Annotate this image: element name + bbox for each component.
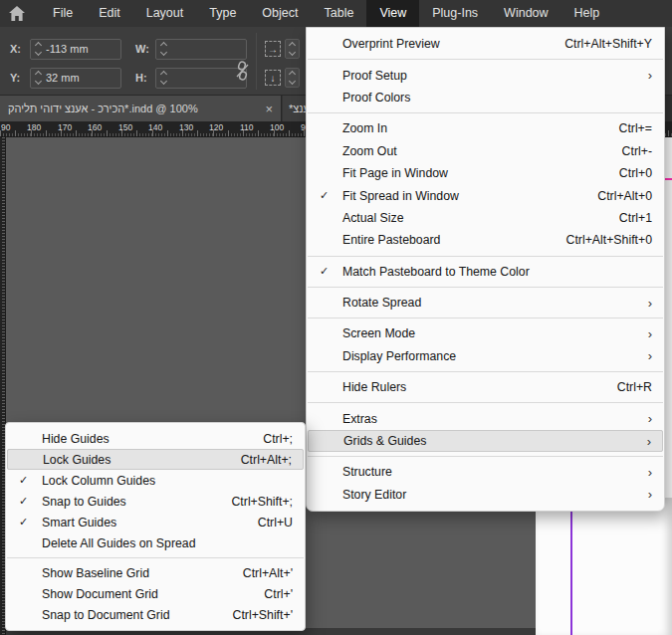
menu-item[interactable]: Structure › (307, 461, 664, 483)
y-input[interactable] (44, 72, 120, 84)
menu-item[interactable]: ✓ Snap to Guides Ctrl+Shift+; (6, 491, 305, 512)
document-page[interactable] (536, 498, 672, 635)
menu-separator (308, 402, 663, 403)
menubar-item[interactable]: View (366, 0, 419, 27)
ruler-label: 140 (148, 122, 162, 132)
submenu-arrow-icon: › (638, 466, 652, 479)
document-tab-active[interactable]: קהילת יהודי צנעא - כריכה*.indd @ 100% × (0, 96, 282, 121)
h-field-label: H: (135, 72, 155, 84)
menu-item[interactable]: Display Performance › (307, 345, 664, 367)
checkmark-icon: ✓ (19, 474, 37, 487)
menu-item[interactable]: Actual Size Ctrl+1 (307, 207, 664, 229)
x-field-label: X: (10, 43, 30, 55)
menubar-item[interactable]: File (40, 0, 86, 27)
tab-close-icon[interactable]: × (265, 103, 273, 115)
menubar-item[interactable]: Type (196, 0, 249, 27)
w-stepper[interactable] (156, 41, 169, 57)
home-icon (9, 6, 25, 21)
checkmark-icon: ✓ (320, 265, 337, 278)
ruler-label: 100 (270, 122, 284, 132)
y-field[interactable] (30, 68, 121, 89)
menubar-item[interactable]: Object (249, 0, 311, 27)
ruler-label: 150 (118, 122, 132, 132)
w-field-label: W: (135, 43, 155, 55)
home-button[interactable] (0, 0, 34, 27)
menu-separator (7, 557, 304, 558)
submenu-arrow-icon: › (638, 349, 652, 362)
offset-down-stepper[interactable] (285, 68, 300, 88)
x-stepper[interactable] (31, 41, 44, 57)
menu-item[interactable]: Delete All Guides on Spread (6, 532, 305, 553)
offset-right-stepper[interactable] (285, 39, 300, 59)
offset-down-button[interactable]: ↓ (265, 70, 281, 86)
menu-item[interactable]: Zoom In Ctrl+= (307, 117, 664, 139)
menubar-item[interactable]: Help (561, 0, 613, 27)
menubar-item[interactable]: Layout (133, 0, 197, 27)
arrow-down-icon: ↓ (271, 73, 276, 84)
menu-item[interactable]: ✓ Smart Guides Ctrl+U (6, 512, 305, 532)
menu-item[interactable]: Extras › (307, 407, 664, 429)
menubar-item[interactable]: Window (491, 0, 560, 27)
ruler-label: 130 (179, 122, 193, 132)
menu-separator (308, 456, 663, 457)
menu-item[interactable]: Hide Rulers Ctrl+R (307, 376, 664, 398)
menu-item[interactable]: Screen Mode › (307, 322, 664, 344)
menu-item[interactable]: Lock Guides Ctrl+Alt+; (7, 449, 304, 470)
menu-separator (308, 371, 663, 372)
submenu-arrow-icon: › (638, 488, 652, 501)
menu-item[interactable]: Hide Guides Ctrl+; (6, 428, 305, 449)
indesign-window: File Edit Layout Type Object Table View … (0, 0, 672, 635)
menu-item[interactable]: Zoom Out Ctrl+- (307, 140, 664, 162)
toolbar-separator (256, 33, 257, 90)
menu-item[interactable]: Snap to Document Grid Ctrl+Shift+' (6, 604, 305, 625)
grids-and-guides-submenu: Hide Guides Ctrl+; Lock Guides Ctrl+Alt+… (5, 422, 306, 631)
h-stepper[interactable] (156, 70, 169, 86)
submenu-arrow-icon: › (637, 435, 651, 448)
checkmark-icon: ✓ (19, 495, 37, 508)
broken-chain-icon (235, 61, 250, 81)
menu-item[interactable]: Fit Page in Window Ctrl+0 (307, 162, 664, 184)
constrain-proportions-button[interactable] (235, 61, 250, 81)
menubar-item[interactable]: Plug-Ins (419, 0, 491, 27)
horizontal-guide[interactable] (665, 178, 672, 180)
document-page[interactable] (665, 137, 672, 498)
menu-item[interactable]: Proof Setup › (307, 64, 664, 86)
menu-item[interactable]: Show Baseline Grid Ctrl+Alt+' (6, 562, 305, 583)
menubar-items: File Edit Layout Type Object Table View … (40, 0, 612, 27)
submenu-arrow-icon: › (638, 69, 652, 82)
menu-separator (308, 112, 663, 113)
x-field[interactable] (30, 39, 121, 60)
arrow-right-icon: → (268, 44, 278, 55)
w-field[interactable] (155, 39, 247, 60)
menu-bar: File Edit Layout Type Object Table View … (0, 0, 672, 27)
checkmark-icon: ✓ (19, 516, 37, 529)
menu-item[interactable]: ✓ Fit Spread in Window Ctrl+Alt+0 (307, 184, 664, 206)
submenu-arrow-icon: › (638, 297, 652, 310)
menu-item[interactable]: Show Document Grid Ctrl+' (6, 583, 305, 604)
menu-item[interactable]: Grids & Guides › (308, 430, 663, 452)
menu-item[interactable]: Story Editor › (307, 484, 664, 506)
vertical-guide[interactable] (570, 498, 572, 635)
menu-separator (308, 287, 663, 288)
offset-right-button[interactable]: → (265, 41, 281, 57)
y-stepper[interactable] (31, 70, 44, 86)
menu-item[interactable]: Overprint Preview Ctrl+Alt+Shift+Y (307, 33, 664, 55)
menu-item[interactable]: Entire Pasteboard Ctrl+Alt+Shift+0 (307, 229, 664, 251)
menu-item[interactable]: Proof Colors (307, 87, 664, 108)
ruler-label: 170 (58, 122, 72, 132)
menubar-item[interactable]: Edit (86, 0, 133, 27)
menu-item[interactable]: ✓ Match Pasteboard to Theme Color (307, 261, 664, 283)
menu-item[interactable]: Rotate Spread › (307, 292, 664, 314)
x-input[interactable] (44, 43, 120, 55)
checkmark-icon: ✓ (320, 189, 337, 202)
submenu-arrow-icon: › (638, 327, 652, 340)
ruler-label: 90 (1, 122, 10, 132)
ruler-label: 120 (209, 122, 223, 132)
menu-item[interactable]: ✓ Lock Column Guides (6, 470, 305, 491)
h-field[interactable] (155, 68, 247, 89)
ruler-label: 110 (240, 122, 254, 132)
w-input[interactable] (169, 43, 246, 55)
view-menu: Overprint Preview Ctrl+Alt+Shift+Y Proof… (306, 27, 665, 512)
menubar-item[interactable]: Table (311, 0, 366, 27)
menu-separator (308, 59, 663, 60)
